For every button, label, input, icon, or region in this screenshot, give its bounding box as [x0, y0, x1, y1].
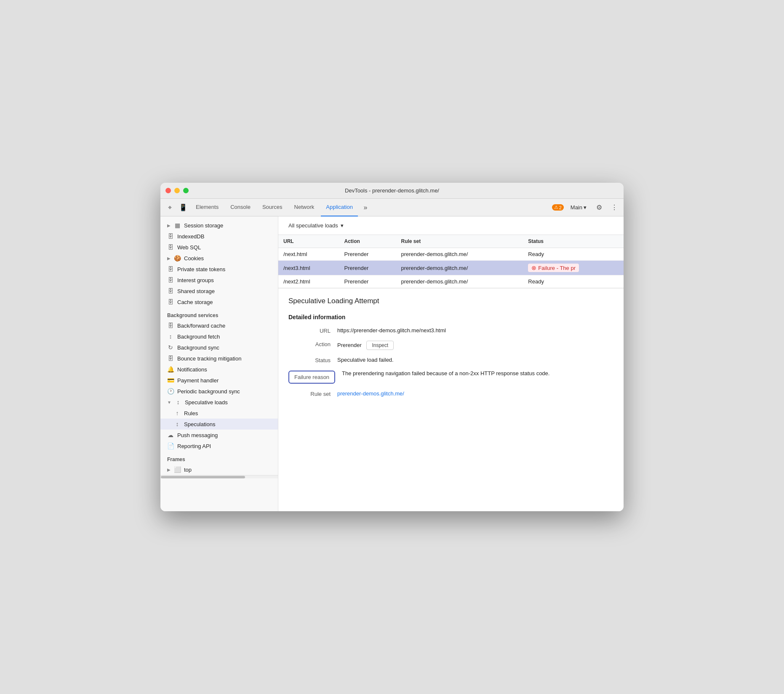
sidebar-item-label: Cache storage: [177, 299, 213, 305]
sidebar-item-label: Bounce tracking mitigation: [177, 355, 241, 362]
minimize-button[interactable]: [174, 188, 180, 193]
cursor-icon[interactable]: ⌖: [164, 202, 176, 214]
sidebar-item-push-messaging[interactable]: ☁ Push messaging: [160, 430, 278, 440]
cell-status: Ready: [523, 275, 624, 288]
sidebar-item-label: Shared storage: [177, 288, 215, 294]
sidebar-item-bg-fetch[interactable]: ↕ Background fetch: [160, 331, 278, 342]
sidebar-item-label: Speculative loads: [185, 399, 228, 406]
col-action: Action: [339, 235, 396, 248]
sidebar-item-speculations[interactable]: ↕ Speculations: [160, 419, 278, 430]
action-text: Prerender: [337, 342, 362, 348]
tab-sources[interactable]: Sources: [257, 199, 288, 216]
sidebar-item-periodic-sync[interactable]: 🕐 Periodic background sync: [160, 386, 278, 397]
detail-key-url: URL: [288, 327, 331, 334]
overflow-icon[interactable]: »: [360, 202, 371, 214]
content-area: ▶ ▦ Session storage 🗄 IndexedDB 🗄 Web SQ…: [160, 216, 624, 511]
scrollbar-thumb[interactable]: [161, 476, 245, 478]
fetch-icon: ↕: [167, 333, 174, 340]
arrow-down-icon: ▼: [167, 400, 171, 405]
sidebar-item-session-storage[interactable]: ▶ ▦ Session storage: [160, 220, 278, 231]
sidebar-item-payment-handler[interactable]: 💳 Payment handler: [160, 375, 278, 386]
sidebar-item-cookies[interactable]: ▶ 🍪 Cookies: [160, 253, 278, 264]
table-row[interactable]: /next.html Prerender prerender-demos.gli…: [278, 248, 624, 261]
sidebar-item-label: Push messaging: [177, 432, 218, 438]
sidebar-item-label: Back/forward cache: [177, 323, 225, 329]
sidebar-item-label: Background sync: [177, 344, 219, 351]
window-title: DevTools - prerender-demos.glitch.me/: [345, 187, 439, 194]
db-icon: 🗄: [167, 277, 174, 283]
sidebar-item-bfcache[interactable]: 🗄 Back/forward cache: [160, 320, 278, 331]
sidebar: ▶ ▦ Session storage 🗄 IndexedDB 🗄 Web SQ…: [160, 216, 278, 511]
close-button[interactable]: [165, 188, 171, 193]
sidebar-item-reporting-api[interactable]: 📄 Reporting API: [160, 440, 278, 451]
cloud-icon: ☁: [167, 432, 174, 438]
spec-icon: ↕: [174, 421, 181, 427]
more-icon[interactable]: ⋮: [608, 202, 620, 214]
db-icon: 🗄: [167, 244, 174, 251]
ruleset-link[interactable]: prerender-demos.glitch.me/: [337, 390, 404, 397]
sidebar-item-interest-groups[interactable]: 🗄 Interest groups: [160, 275, 278, 286]
sidebar-item-shared-storage[interactable]: 🗄 Shared storage: [160, 286, 278, 296]
table: URL Action Rule set Status /next.html Pr…: [278, 235, 624, 288]
cookie-icon: 🍪: [174, 255, 181, 262]
sidebar-item-label: IndexedDB: [177, 233, 204, 240]
frame-icon: ⬜: [174, 466, 181, 473]
arrow-icon: ▶: [167, 467, 171, 472]
arrow-icon: ▶: [167, 256, 171, 261]
cell-ruleset: prerender-demos.glitch.me/: [396, 261, 523, 275]
detail-value-ruleset: prerender-demos.glitch.me/: [337, 390, 613, 397]
sidebar-item-label: Rules: [184, 410, 198, 416]
detail-value-failure: The prerendering navigation failed becau…: [342, 370, 613, 376]
sidebar-item-speculative-loads[interactable]: ▼ ↕ Speculative loads: [160, 397, 278, 408]
tab-console[interactable]: Console: [225, 199, 256, 216]
specload-dropdown[interactable]: All speculative loads ▾: [285, 221, 347, 230]
sidebar-item-label: Notifications: [177, 366, 207, 373]
storage-icon: ▦: [174, 222, 181, 229]
settings-icon[interactable]: ⚙: [593, 202, 605, 214]
cell-ruleset: prerender-demos.glitch.me/: [396, 275, 523, 288]
sidebar-item-label: Periodic background sync: [177, 388, 240, 395]
sidebar-scrollbar: [160, 475, 278, 478]
sidebar-item-frames-top[interactable]: ▶ ⬜ top: [160, 464, 278, 475]
main-dropdown[interactable]: Main ▾: [567, 203, 590, 212]
detail-section-label: Detailed information: [288, 314, 613, 320]
main-panel: All speculative loads ▾ URL Action Rule …: [278, 216, 624, 511]
db-icon: 🗄: [167, 233, 174, 240]
titlebar: DevTools - prerender-demos.glitch.me/: [160, 183, 624, 199]
sidebar-item-private-state[interactable]: 🗄 Private state tokens: [160, 264, 278, 275]
sidebar-item-cache-storage[interactable]: 🗄 Cache storage: [160, 296, 278, 307]
col-url: URL: [278, 235, 339, 248]
sidebar-item-rules[interactable]: ↑ Rules: [160, 408, 278, 419]
device-icon[interactable]: 📱: [177, 202, 189, 214]
col-ruleset: Rule set: [396, 235, 523, 248]
tab-network[interactable]: Network: [289, 199, 320, 216]
col-status: Status: [523, 235, 624, 248]
toolbar: ⌖ 📱 Elements Console Sources Network App…: [160, 199, 624, 216]
sidebar-item-indexeddb[interactable]: 🗄 IndexedDB: [160, 231, 278, 242]
detail-value-status: Speculative load failed.: [337, 357, 613, 363]
db-icon: 🗄: [167, 266, 174, 272]
cell-action: Prerender: [339, 248, 396, 261]
inspect-button[interactable]: Inspect: [366, 341, 394, 350]
table-row[interactable]: /next2.html Prerender prerender-demos.gl…: [278, 275, 624, 288]
table-row[interactable]: /next3.html Prerender prerender-demos.gl…: [278, 261, 624, 275]
sidebar-item-notifications[interactable]: 🔔 Notifications: [160, 364, 278, 375]
sidebar-item-label: Private state tokens: [177, 266, 225, 272]
tab-application[interactable]: Application: [321, 199, 358, 216]
main-label: Main: [571, 204, 582, 211]
db-icon: 🗄: [167, 355, 174, 362]
sidebar-item-bounce-tracking[interactable]: 🗄 Bounce tracking mitigation: [160, 353, 278, 364]
rules-icon: ↑: [174, 410, 181, 416]
sidebar-item-label: Web SQL: [177, 244, 201, 251]
error-circle-icon: ⊗: [531, 264, 536, 271]
detail-row-ruleset: Rule set prerender-demos.glitch.me/: [288, 390, 613, 397]
error-text: Failure - The pr: [538, 265, 576, 271]
sidebar-item-label: Background fetch: [177, 334, 220, 340]
warning-badge[interactable]: ⚠ 2: [552, 204, 564, 211]
sidebar-item-websql[interactable]: 🗄 Web SQL: [160, 242, 278, 253]
specload-header: All speculative loads ▾: [278, 216, 624, 235]
tab-elements[interactable]: Elements: [191, 199, 224, 216]
maximize-button[interactable]: [183, 188, 189, 193]
sidebar-item-bg-sync[interactable]: ↻ Background sync: [160, 342, 278, 353]
table-header-row: URL Action Rule set Status: [278, 235, 624, 248]
